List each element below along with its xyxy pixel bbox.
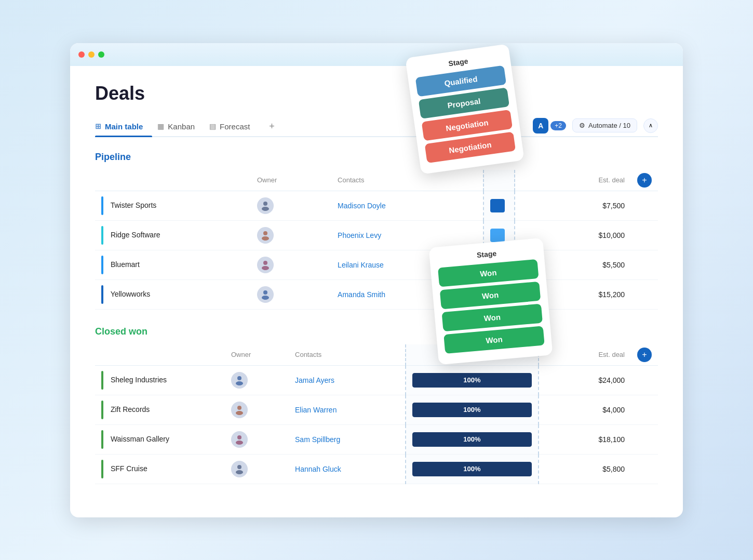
cw-row4-prob: 100% bbox=[406, 454, 539, 484]
add-tab-button[interactable]: + bbox=[264, 119, 279, 134]
prob-bar-container: 100% bbox=[412, 462, 532, 476]
pipeline-row2-company: Ridge Software bbox=[95, 220, 251, 250]
svg-point-8 bbox=[237, 376, 241, 380]
cw-row4-owner bbox=[225, 454, 289, 484]
window-chrome bbox=[70, 43, 683, 66]
tab-kanban[interactable]: ▦ Kanban bbox=[157, 117, 204, 136]
svg-point-14 bbox=[237, 465, 241, 469]
svg-point-1 bbox=[262, 207, 269, 211]
dot-yellow[interactable] bbox=[88, 51, 95, 58]
cw-row3-owner bbox=[225, 424, 289, 454]
kanban-icon: ▦ bbox=[157, 122, 164, 130]
table-row: Sheleg Industries Jamal Ayers 100% bbox=[95, 365, 658, 395]
tab-forecast-label: Forecast bbox=[220, 122, 250, 131]
cw-row1-extra bbox=[631, 365, 658, 395]
tab-main-table[interactable]: ⊞ Main table bbox=[95, 117, 152, 136]
cw-col-contacts: Contacts bbox=[289, 344, 406, 366]
owner-avatar bbox=[257, 197, 274, 214]
row-indicator bbox=[101, 256, 103, 274]
pipeline-col-contacts: Contacts bbox=[331, 170, 483, 191]
pipeline-col-stage bbox=[483, 170, 515, 191]
stage-dropdown-bottom-header: Stage bbox=[437, 246, 537, 263]
cw-col-est-deal: Est. deal bbox=[539, 344, 631, 366]
cw-add-col-button[interactable]: + bbox=[637, 348, 652, 362]
dot-green[interactable] bbox=[98, 51, 104, 58]
avatar-plus: +2 bbox=[550, 121, 566, 130]
svg-point-0 bbox=[263, 202, 267, 206]
table-icon: ⊞ bbox=[95, 122, 101, 130]
pipeline-row3-owner bbox=[251, 250, 331, 279]
automate-button[interactable]: ⚙ Automate / 10 bbox=[572, 118, 637, 132]
row-indicator bbox=[101, 285, 103, 304]
svg-point-10 bbox=[237, 406, 241, 410]
pipeline-row1-owner bbox=[251, 191, 331, 220]
pipeline-row2-owner bbox=[251, 220, 331, 250]
owner-avatar bbox=[231, 372, 248, 389]
prob-bar: 100% bbox=[412, 403, 532, 417]
stage-dropdown-bottom: Stage Won Won Won Won bbox=[429, 237, 553, 364]
owner-avatar bbox=[257, 257, 274, 273]
cw-row4-contact[interactable]: Hannah Gluck bbox=[289, 454, 406, 484]
owner-avatar bbox=[257, 286, 274, 303]
row-indicator bbox=[101, 401, 103, 419]
cw-row1-owner bbox=[225, 365, 289, 395]
pipeline-row1-contact[interactable]: Madison Doyle bbox=[331, 191, 483, 220]
tab-forecast[interactable]: ▤ Forecast bbox=[209, 117, 259, 136]
cw-row2-extra bbox=[631, 395, 658, 424]
pipeline-row1-extra bbox=[631, 191, 658, 220]
closed-won-table: Owner Contacts Close probability Est. de… bbox=[95, 344, 658, 484]
pipeline-section-title: Pipeline bbox=[95, 152, 658, 163]
stage-bar-2 bbox=[490, 229, 505, 242]
svg-point-3 bbox=[262, 236, 269, 241]
page-title: Deals bbox=[95, 83, 658, 104]
pipeline-col-add: + bbox=[631, 170, 658, 191]
row-indicator bbox=[101, 226, 103, 245]
table-row: Zift Records Elian Warren 100% bbox=[95, 395, 658, 424]
forecast-icon: ▤ bbox=[209, 122, 216, 130]
cw-row2-company: Zift Records bbox=[95, 395, 225, 424]
prob-bar-container: 100% bbox=[412, 373, 532, 388]
cw-col-owner: Owner bbox=[225, 344, 289, 366]
svg-point-11 bbox=[236, 411, 243, 415]
cw-row3-company: Waissman Gallery bbox=[95, 424, 225, 454]
row-indicator bbox=[101, 460, 103, 478]
closed-won-section-title: Closed won bbox=[95, 326, 658, 337]
prob-bar: 100% bbox=[412, 462, 532, 476]
prob-bar: 100% bbox=[412, 373, 532, 388]
pipeline-table: Owner Contacts Est. deal + Twister Sport… bbox=[95, 170, 658, 310]
cw-col-company bbox=[95, 344, 225, 366]
dot-red[interactable] bbox=[78, 51, 85, 58]
prob-bar-container: 100% bbox=[412, 403, 532, 417]
pipeline-row4-extra bbox=[631, 279, 658, 309]
pipeline-col-owner: Owner bbox=[251, 170, 331, 191]
row-indicator bbox=[101, 371, 103, 390]
cw-row1-prob: 100% bbox=[406, 365, 539, 395]
svg-point-7 bbox=[262, 296, 269, 300]
window-body: Deals ⊞ Main table ▦ Kanban ▤ Forecast +… bbox=[70, 66, 683, 517]
pipeline-row1-company: Twister Sports bbox=[95, 191, 251, 220]
cw-row1-est-deal: $24,000 bbox=[539, 365, 631, 395]
collapse-button[interactable]: ∧ bbox=[643, 118, 658, 133]
pipeline-col-company bbox=[95, 170, 251, 191]
row-indicator bbox=[101, 430, 103, 449]
pipeline-row4-company: Yellowworks bbox=[95, 279, 251, 309]
cw-row2-contact[interactable]: Elian Warren bbox=[289, 395, 406, 424]
table-row: Yellowworks Amanda Smith $15,200 bbox=[95, 279, 658, 309]
pipeline-row4-owner bbox=[251, 279, 331, 309]
table-row: Twister Sports Madison Doyle $7,500 bbox=[95, 191, 658, 220]
svg-point-9 bbox=[236, 381, 243, 385]
cw-row1-contact[interactable]: Jamal Ayers bbox=[289, 365, 406, 395]
tab-main-table-label: Main table bbox=[105, 122, 143, 131]
owner-avatar bbox=[231, 431, 248, 448]
automate-label: Automate / 10 bbox=[588, 122, 630, 129]
cw-row3-est-deal: $18,100 bbox=[539, 424, 631, 454]
cw-col-add: + bbox=[631, 344, 658, 366]
cw-row3-contact[interactable]: Sam Spillberg bbox=[289, 424, 406, 454]
table-row: Ridge Software Phoenix Levy $10,000 bbox=[95, 220, 658, 250]
pipeline-col-est-deal: Est. deal bbox=[515, 170, 631, 191]
owner-avatar bbox=[231, 402, 248, 418]
cw-row2-prob: 100% bbox=[406, 395, 539, 424]
pipeline-add-col-button[interactable]: + bbox=[637, 173, 652, 188]
svg-point-6 bbox=[263, 290, 267, 295]
table-row: SFF Cruise Hannah Gluck 100% bbox=[95, 454, 658, 484]
